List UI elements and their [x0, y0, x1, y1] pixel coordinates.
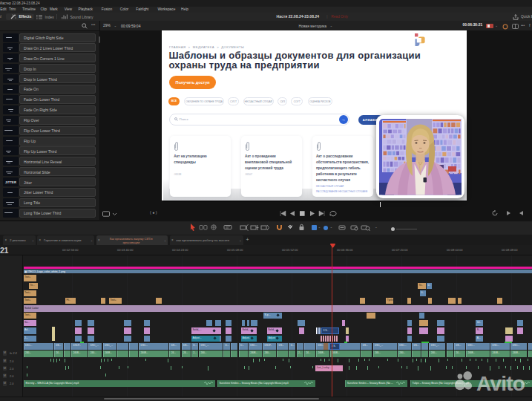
- svg-text:Avito: Avito: [476, 372, 525, 395]
